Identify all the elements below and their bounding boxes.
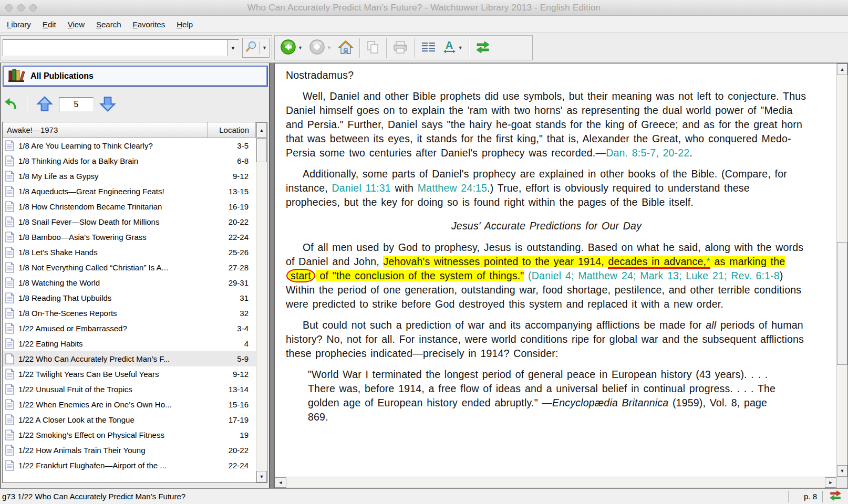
column-header-location[interactable]: Location (208, 122, 256, 138)
scripture-link[interactable]: * (706, 256, 710, 269)
menu-edit[interactable]: Edit (37, 17, 62, 32)
scroll-down-icon[interactable]: ▼ (256, 471, 267, 482)
list-item[interactable]: 1/22 Amused or Embarrassed?3-4 (3, 321, 256, 336)
list-view-icon (420, 40, 436, 56)
list-item[interactable]: 1/22 Unusual Fruit of the Tropics13-14 (3, 382, 256, 397)
article-title: 1/8 Not Everything Called “Christian” Is… (18, 263, 211, 272)
article-title: 1/22 Who Can Accurately Predict Man’s F.… (18, 354, 211, 363)
list-scrollbar-thumb[interactable] (256, 138, 267, 162)
list-view-button[interactable] (417, 37, 439, 59)
list-item[interactable]: 1/8 Snail Fever—Slow Death for Millions2… (3, 214, 256, 229)
status-sync-button[interactable] (823, 490, 848, 503)
back-button[interactable]: ▼ (277, 37, 306, 59)
article-location: 19 (211, 430, 256, 439)
list-item[interactable]: 1/22 Smoking’s Effect on Physical Fitnes… (3, 427, 256, 443)
column-header-publication[interactable]: Awake!—1973 (3, 122, 208, 138)
doc-scroll-right-icon[interactable]: ► (825, 477, 836, 488)
menu-favorites[interactable]: Favorites (127, 17, 171, 32)
forward-dropdown-icon[interactable]: ▼ (327, 45, 332, 50)
text-run: Encyclopædia Britannica (552, 397, 668, 408)
article-location: 4 (211, 339, 256, 348)
text-run: . (689, 147, 692, 159)
sync-button[interactable] (472, 37, 494, 59)
document-icon (5, 353, 15, 364)
copy-icon (366, 40, 380, 56)
doc-scroll-down-icon[interactable]: ▼ (837, 465, 847, 477)
scripture-link[interactable]: (Daniel 4; Matthew 24; Mark 13; Luke 21;… (528, 270, 780, 281)
scripture-link[interactable]: Matthew 24:15 (418, 182, 488, 194)
previous-article-button[interactable] (35, 94, 55, 116)
scroll-up-icon[interactable]: ▲ (256, 122, 267, 138)
document-icon (5, 247, 15, 258)
status-page-number: p. 8 (789, 492, 822, 501)
status-bar: g73 1/22 Who Can Accurately Predict Man’… (0, 488, 848, 504)
list-item[interactable]: 1/22 Eating Habits4 (3, 336, 256, 351)
combo-dropdown-icon[interactable]: ▼ (227, 40, 239, 56)
list-item[interactable]: 1/22 When Enemies Are in One’s Own Ho...… (3, 397, 256, 412)
menu-library[interactable]: Library (1, 17, 37, 32)
article-title: 1/8 Snail Fever—Slow Death for Millions (18, 217, 211, 226)
home-button[interactable] (335, 37, 357, 59)
doc-scroll-left-icon[interactable]: ◄ (275, 477, 286, 488)
list-item[interactable]: 1/8 Aqueducts—Great Engineering Feats!13… (3, 184, 256, 199)
list-item[interactable]: 1/8 On-The-Scenes Reports32 (3, 306, 256, 321)
zoom-button[interactable] (29, 4, 37, 12)
document-content: Nostradamus?Well, Daniel and other Bible… (275, 64, 836, 477)
menu-search[interactable]: Search (90, 17, 127, 32)
article-location: 17-19 (211, 415, 256, 424)
scripture-link[interactable]: Daniel 11:31 (332, 182, 390, 194)
document-icon (5, 338, 15, 349)
forward-button[interactable]: ▼ (306, 37, 335, 59)
article-location: 13-15 (211, 187, 256, 196)
document-icon (5, 216, 15, 227)
search-dropdown-icon[interactable]: ▼ (262, 45, 267, 50)
print-button[interactable] (389, 37, 411, 59)
panel-splitter[interactable] (269, 63, 274, 488)
document-hscrollbar[interactable]: ◄ ► (275, 477, 836, 488)
document-icon (5, 323, 15, 334)
menu-help[interactable]: Help (171, 17, 199, 32)
article-title: 1/22 Twilight Years Can Be Useful Years (18, 370, 211, 379)
list-item[interactable]: 1/22 Twilight Years Can Be Useful Years9… (3, 366, 256, 382)
back-dropdown-icon[interactable]: ▼ (298, 45, 303, 50)
article-title: 1/22 How Animals Train Their Young (18, 446, 211, 455)
list-item[interactable]: 1/8 Are You Learning to Think Clearly?3-… (3, 138, 256, 153)
list-scrollbar[interactable]: ▲ ▼ (256, 122, 267, 482)
doc-scroll-up-icon[interactable]: ▲ (837, 64, 847, 75)
article-location: 13-14 (211, 385, 256, 394)
up-level-button[interactable] (3, 96, 19, 114)
list-item[interactable]: 1/8 Thinking Aids for a Balky Brain6-8 (3, 153, 256, 169)
list-item[interactable]: 1/8 Reading That Upbuilds31 (3, 290, 256, 306)
window-controls (5, 4, 37, 12)
article-number-input[interactable] (59, 97, 94, 112)
list-rows: 1/8 Are You Learning to Think Clearly?3-… (3, 138, 256, 482)
article-title: 1/8 Reading That Upbuilds (18, 293, 211, 302)
list-item[interactable]: 1/8 How Christendom Became Trinitarian16… (3, 199, 256, 214)
search-button[interactable]: ▼ (242, 38, 270, 58)
document-scrollbar[interactable]: ▲ ▼ (836, 64, 847, 477)
close-button[interactable] (5, 4, 13, 12)
copy-button[interactable] (363, 37, 384, 59)
font-dropdown-icon[interactable]: ▼ (458, 45, 463, 50)
list-item[interactable]: 1/8 Watching the World29-31 (3, 275, 256, 290)
article-title: 1/8 On-The-Scenes Reports (18, 309, 211, 318)
list-item[interactable]: 1/22 A Closer Look at the Tongue17-19 (3, 412, 256, 427)
font-size-button[interactable]: A ▼ (439, 37, 466, 59)
list-item[interactable]: 1/8 My Life as a Gypsy9-12 (3, 169, 256, 184)
search-combobox[interactable]: ▼ (3, 39, 239, 56)
text-run: decades in advance, (608, 256, 706, 269)
scripture-link[interactable]: Dan. 8:5-7, 20-22 (606, 147, 689, 159)
document-icon (5, 171, 15, 182)
minimize-button[interactable] (17, 4, 25, 12)
menu-view[interactable]: View (62, 17, 90, 32)
list-item[interactable]: 1/22 Frankfurt Flughafen—Airport of the … (3, 458, 256, 473)
list-item[interactable]: 1/8 Let’s Shake Hands25-26 (3, 245, 256, 260)
document-scrollbar-thumb[interactable] (837, 242, 847, 365)
next-article-button[interactable] (98, 94, 118, 116)
article-location: 22-24 (211, 461, 256, 470)
search-input[interactable] (3, 40, 227, 56)
list-item[interactable]: 1/22 Who Can Accurately Predict Man’s F.… (3, 351, 256, 366)
list-item[interactable]: 1/8 Not Everything Called “Christian” Is… (3, 260, 256, 275)
list-item[interactable]: 1/22 How Animals Train Their Young20-22 (3, 443, 256, 458)
list-item[interactable]: 1/8 Bamboo—Asia’s Towering Grass22-24 (3, 229, 256, 245)
